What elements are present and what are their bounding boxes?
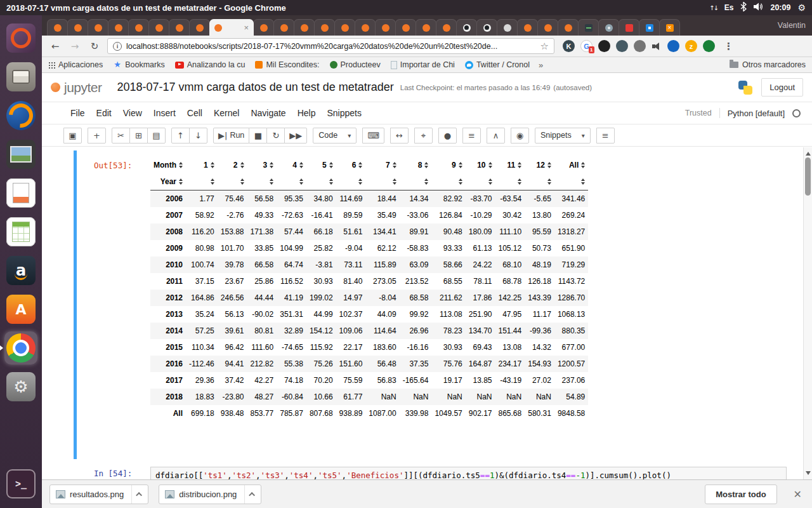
launcher-item-firefox[interactable] <box>4 99 37 132</box>
chrome-menu-button[interactable]: ⋮ <box>721 41 737 52</box>
move-cell-up-button[interactable]: ↑ <box>171 128 190 144</box>
hide-input-button[interactable]: ◉ <box>511 128 529 144</box>
url-text[interactable]: localhost:8888/notebooks/scripts/2018-07… <box>126 42 536 51</box>
menu-snippets[interactable]: Snippets <box>321 104 367 122</box>
launcher-item-files[interactable] <box>4 60 37 93</box>
sort-icon[interactable] <box>179 178 183 185</box>
toc-list-button[interactable]: ≡ <box>462 128 481 144</box>
sort-icon[interactable] <box>424 178 428 185</box>
bookmark-apps[interactable]: Aplicaciones <box>48 60 103 69</box>
logout-button[interactable]: Logout <box>761 78 803 97</box>
crosshair-button[interactable]: ⌖ <box>414 128 433 144</box>
ext-speaker-icon[interactable] <box>652 42 662 51</box>
input-cell[interactable]: In [54]: dfdiario[['ts1','ts2','ts3','ts… <box>74 464 787 479</box>
ext-yellow-icon[interactable]: z <box>685 40 697 52</box>
sort-icon[interactable] <box>547 178 551 185</box>
browser-tab[interactable] <box>148 19 169 36</box>
download-item[interactable]: resultados.png <box>49 485 148 504</box>
network-arrows-icon[interactable]: ↑↓ <box>709 4 717 11</box>
session-gear-icon[interactable]: ⚙ <box>797 3 806 13</box>
sort-icon[interactable] <box>211 178 214 185</box>
snippets-select[interactable]: Snippets ▾ <box>535 128 591 144</box>
keyboard-layout-indicator[interactable]: Es <box>724 3 734 12</box>
snippets-list-button[interactable]: ≡ <box>596 128 615 144</box>
sort-icon[interactable] <box>488 178 492 185</box>
launcher-item-libreoffice-calc[interactable] <box>4 215 37 248</box>
sort-icon[interactable] <box>299 178 303 185</box>
browser-tab[interactable] <box>108 19 129 36</box>
show-all-downloads-button[interactable]: Mostrar todo <box>705 485 776 504</box>
bookmark-twitter[interactable]: Twitter / Cronol <box>465 60 530 69</box>
sort-icon[interactable] <box>459 178 462 185</box>
browser-tab[interactable] <box>375 19 396 36</box>
copy-cell-button[interactable]: ⊞ <box>129 128 148 144</box>
sort-icon[interactable] <box>270 162 273 168</box>
browser-tab[interactable] <box>334 19 355 36</box>
jupyter-logo[interactable]: jupyter <box>51 80 102 95</box>
code-editor[interactable]: dfdiario[['ts1','ts2','ts3','ts4','ts5',… <box>150 467 787 479</box>
browser-tab-active[interactable]: × <box>209 19 254 36</box>
ext-dark-2-icon[interactable] <box>616 40 628 52</box>
menu-cell[interactable]: Cell <box>181 104 208 122</box>
browser-tab[interactable] <box>294 19 315 36</box>
sort-icon[interactable] <box>179 162 183 168</box>
command-palette-button[interactable]: ⌨ <box>362 128 384 144</box>
menu-kernel[interactable]: Kernel <box>208 104 245 122</box>
browser-tab[interactable] <box>314 19 335 36</box>
sort-icon[interactable] <box>270 178 273 185</box>
launcher-item-image-viewer[interactable] <box>4 138 37 171</box>
browser-tab[interactable] <box>273 19 294 36</box>
bookmark-green[interactable]: Producteev <box>330 60 381 69</box>
bookmark-youtube[interactable]: Analizando la cu <box>175 60 246 69</box>
browser-tab[interactable] <box>169 19 190 36</box>
bookmark-orange[interactable]: Mil Escondites: <box>255 60 319 69</box>
menu-file[interactable]: File <box>65 104 91 122</box>
launcher-item-system-settings[interactable] <box>4 370 37 403</box>
browser-tab[interactable] <box>598 19 619 36</box>
ext-dark-1-icon[interactable] <box>598 40 610 52</box>
sort-icon[interactable] <box>459 162 462 168</box>
resize-arrows-button[interactable]: ↔ <box>390 128 409 144</box>
launcher-item-libreoffice-impress[interactable] <box>4 177 37 210</box>
browser-tab[interactable] <box>537 19 558 36</box>
ext-blue-icon[interactable] <box>667 40 679 52</box>
browser-tab[interactable] <box>639 19 660 36</box>
bookmarks-overflow-chevron[interactable]: » <box>539 60 543 70</box>
sort-icon[interactable] <box>358 178 362 185</box>
browser-tab[interactable] <box>517 19 538 36</box>
sort-icon[interactable] <box>424 162 428 168</box>
ext-kami-icon[interactable]: K <box>563 40 575 52</box>
scroll-down-arrow[interactable] <box>806 471 811 478</box>
scrollbar-thumb[interactable] <box>805 157 811 196</box>
browser-tab[interactable] <box>497 19 518 36</box>
browser-tab[interactable] <box>88 19 108 36</box>
chrome-profile-name[interactable]: Valentin <box>771 21 812 30</box>
launcher-item-ubuntu-dash[interactable] <box>4 22 37 55</box>
close-downloads-icon[interactable]: ✕ <box>791 488 804 500</box>
browser-tab[interactable] <box>558 19 579 36</box>
reload-button[interactable]: ↻ <box>88 41 102 52</box>
back-button[interactable]: ← <box>48 41 62 52</box>
output-cell[interactable]: Out[53]: Month123456789101112AllYear2006… <box>74 150 787 459</box>
cut-cell-button[interactable]: ✂ <box>112 128 130 144</box>
browser-tab[interactable] <box>476 19 497 36</box>
browser-tab[interactable] <box>128 19 149 36</box>
browser-tab[interactable] <box>416 19 436 36</box>
sort-icon[interactable] <box>518 178 521 185</box>
collapse-heading-button[interactable]: ∧ <box>487 128 505 144</box>
launcher-item-terminal[interactable] <box>4 467 37 500</box>
download-item[interactable]: distribucion.png <box>159 485 261 504</box>
browser-tab[interactable] <box>67 19 88 36</box>
paste-cell-button[interactable]: ▤ <box>147 128 166 144</box>
sort-icon[interactable] <box>240 162 244 168</box>
interrupt-kernel-button[interactable]: ■ <box>249 128 267 144</box>
launcher-item-chrome[interactable] <box>4 331 37 364</box>
other-bookmarks-folder[interactable]: Otros marcadores <box>730 60 806 69</box>
sort-icon[interactable] <box>393 162 396 168</box>
sort-icon[interactable] <box>393 178 396 185</box>
info-icon[interactable]: i <box>113 42 122 51</box>
launcher-item-ubuntu-software[interactable] <box>4 293 37 326</box>
sort-icon[interactable] <box>211 162 214 168</box>
notebook-title[interactable]: 2018-07-17 vmm carga datos de un test de… <box>117 81 394 94</box>
restart-kernel-button[interactable]: ↻ <box>266 128 285 144</box>
